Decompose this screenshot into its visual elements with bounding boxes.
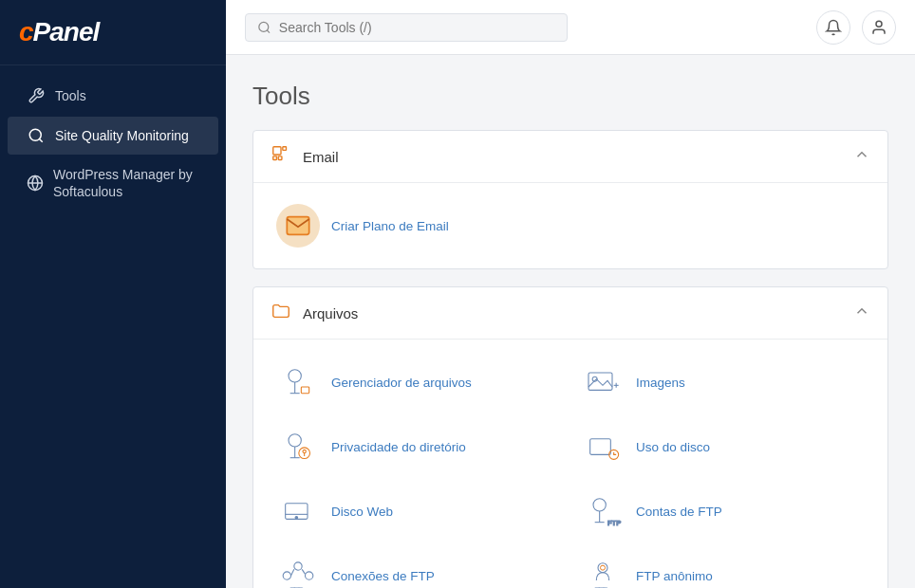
- page-title: Tools: [252, 82, 888, 111]
- svg-point-28: [295, 516, 298, 519]
- svg-line-4: [267, 29, 270, 32]
- gerenciador-arquivos-label: Gerenciador de arquivos: [331, 376, 472, 390]
- contas-ftp-label: Contas de FTP: [636, 505, 722, 519]
- disk-usage-icon: [581, 425, 625, 469]
- svg-line-37: [302, 569, 305, 574]
- uso-disco-item[interactable]: Uso do disco: [575, 421, 870, 472]
- svg-rect-24: [590, 439, 611, 455]
- email-section-icon: [271, 144, 291, 169]
- email-section-title: Email: [303, 149, 339, 165]
- notifications-button[interactable]: [816, 10, 850, 45]
- search-icon: [257, 20, 271, 35]
- imagens-label: Imagens: [636, 376, 685, 390]
- gerenciador-arquivos-item[interactable]: Gerenciador de arquivos: [271, 357, 566, 408]
- uso-disco-label: Uso do disco: [636, 440, 710, 454]
- ftp-accounts-icon: FTP: [581, 489, 625, 533]
- arquivos-section-header[interactable]: Arquivos: [253, 287, 887, 340]
- email-section-body: Criar Plano de Email: [253, 183, 887, 268]
- wrench-icon: [27, 86, 46, 105]
- imagens-item[interactable]: Imagens: [575, 357, 870, 408]
- svg-point-5: [876, 21, 882, 27]
- ftp-anonimo-item[interactable]: FTP FTP anônimo: [575, 550, 870, 588]
- svg-point-29: [593, 499, 606, 511]
- main-content: Tools Email: [226, 0, 915, 588]
- arquivos-section-title: Arquivos: [303, 305, 358, 322]
- wordpress-icon: [27, 174, 44, 193]
- disco-web-label: Disco Web: [331, 505, 393, 519]
- privacidade-diretorio-label: Privacidade do diretório: [331, 440, 466, 454]
- search-input[interactable]: [279, 20, 555, 35]
- logo-area: cPanel: [0, 0, 226, 65]
- criar-plano-email-label: Criar Plano de Email: [331, 219, 449, 233]
- privacidade-diretorio-item[interactable]: Privacidade do diretório: [271, 421, 566, 472]
- user-button[interactable]: [862, 10, 896, 45]
- sidebar-site-quality-label: Site Quality Monitoring: [55, 127, 189, 144]
- arquivos-section-body: Gerenciador de arquivos: [253, 340, 887, 588]
- svg-point-39: [598, 563, 607, 573]
- dir-privacy-icon: [276, 425, 320, 469]
- file-manager-icon: [276, 360, 320, 404]
- user-icon: [870, 19, 887, 36]
- sidebar-nav: Tools Site Quality Monitoring WordPress …: [0, 65, 226, 221]
- svg-rect-13: [301, 387, 308, 394]
- svg-point-35: [306, 572, 313, 579]
- content-area: Tools Email: [226, 55, 915, 588]
- conexoes-ftp-label: Conexões de FTP: [331, 569, 435, 583]
- criar-plano-email-item[interactable]: Criar Plano de Email: [271, 200, 566, 251]
- svg-point-3: [259, 22, 269, 31]
- svg-point-10: [289, 370, 301, 382]
- arquivos-section-icon: [271, 301, 291, 325]
- sidebar-item-site-quality[interactable]: Site Quality Monitoring: [8, 117, 218, 155]
- ftp-anonimo-label: FTP anônimo: [636, 569, 713, 583]
- svg-text:FTP: FTP: [607, 519, 621, 527]
- svg-point-34: [294, 562, 302, 570]
- svg-point-40: [601, 565, 606, 570]
- conexoes-ftp-item[interactable]: FTP Conexões de FTP: [271, 550, 566, 588]
- svg-point-18: [289, 434, 301, 447]
- svg-rect-9: [283, 147, 287, 151]
- search-bar[interactable]: [245, 13, 568, 42]
- sidebar: cPanel Tools Site Quality Monitoring Wor…: [0, 0, 226, 588]
- bell-icon: [825, 19, 842, 36]
- email-plan-icon: [276, 204, 320, 248]
- email-section: Email: [252, 130, 888, 269]
- email-section-header[interactable]: Email: [253, 131, 887, 183]
- svg-line-36: [291, 569, 294, 576]
- svg-point-33: [283, 572, 290, 579]
- ftp-connections-icon: FTP: [276, 554, 320, 588]
- email-tool-grid: Criar Plano de Email: [271, 200, 870, 251]
- web-disk-icon: [276, 489, 320, 533]
- sidebar-item-wordpress[interactable]: WordPress Manager by Softaculous: [8, 156, 218, 210]
- arquivos-tool-grid: Gerenciador de arquivos: [271, 357, 870, 588]
- cpanel-logo: cPanel: [19, 17, 207, 47]
- svg-point-22: [303, 450, 306, 452]
- sidebar-wordpress-label: WordPress Manager by Softaculous: [53, 166, 199, 200]
- topbar: [226, 0, 915, 55]
- sidebar-item-tools[interactable]: Tools: [8, 77, 218, 115]
- sidebar-tools-label: Tools: [55, 87, 86, 104]
- svg-rect-8: [278, 156, 282, 160]
- svg-rect-7: [273, 156, 277, 160]
- search-quality-icon: [27, 126, 46, 145]
- svg-line-1: [39, 138, 42, 141]
- contas-ftp-item[interactable]: FTP Contas de FTP: [575, 486, 870, 537]
- email-chevron-icon: [853, 146, 870, 167]
- arquivos-chevron-icon: [853, 303, 870, 323]
- images-icon: [581, 360, 625, 404]
- arquivos-section: Arquivos: [252, 286, 888, 588]
- svg-rect-6: [273, 147, 281, 155]
- ftp-anon-icon: FTP: [581, 554, 625, 588]
- svg-point-0: [29, 129, 41, 140]
- disco-web-item[interactable]: Disco Web: [271, 486, 566, 537]
